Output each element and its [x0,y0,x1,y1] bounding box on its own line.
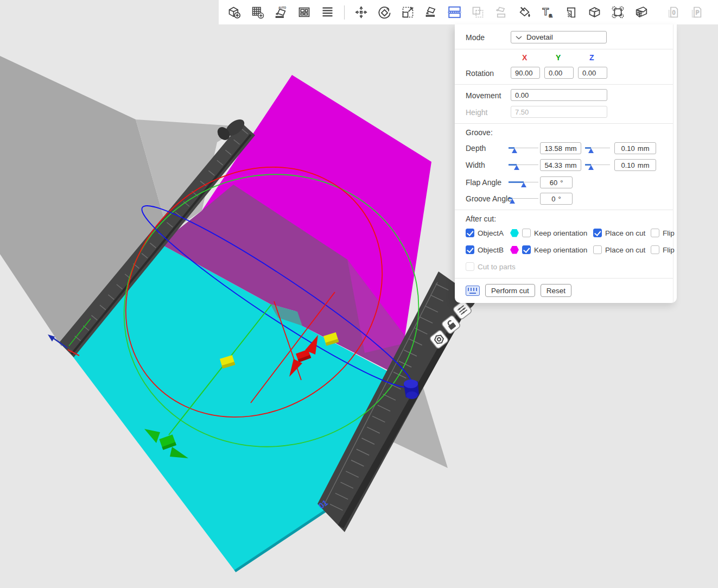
add-object-icon[interactable] [225,3,243,21]
groove-title: Groove: [466,128,493,137]
axis-y-label: Y [556,53,561,62]
toolbar: AUTO Ta 0 P [219,0,718,24]
mode-dropdown[interactable]: Dovetail [511,31,607,43]
movement-label: Movement [466,91,501,100]
object-a-label: ObjectA [478,229,507,237]
place-on-face-icon[interactable] [422,3,440,21]
after-cut-object-b-row: ObjectB Keep orientation Place on cut Fl… [466,245,675,254]
assembly-objects-icon[interactable]: 0 [664,3,682,21]
divider [455,49,673,49]
svg-text:0: 0 [672,10,676,16]
groove-width-tolerance-value[interactable]: 0.10mm [614,159,656,171]
object-b-place-on-cut-checkbox[interactable] [593,245,602,254]
panel-action-row: Perform cut Reset [466,284,571,297]
groove-angle-slider[interactable] [509,193,538,204]
panel-scroll-gutter [673,24,673,303]
groove-width-value[interactable]: 54.33mm [540,159,581,171]
object-a-keep-orientation-label: Keep orientation [534,229,590,237]
object-a-place-on-cut-checkbox[interactable] [593,229,602,237]
axis-z-label: Z [589,53,594,62]
cut-to-parts-label: Cut to parts [478,263,516,271]
svg-text:a: a [549,12,552,18]
cut-tool-panel: Mode Dovetail X Y Z Rotation Movement He… [455,24,677,303]
groove-width-label: Width [466,161,485,169]
groove-depth-tolerance-value[interactable]: 0.10mm [614,142,656,154]
object-b-flip-checkbox[interactable] [651,245,659,254]
assembly-parts-icon[interactable]: P [688,3,706,21]
groove-width-slider[interactable] [509,160,538,170]
move-icon[interactable] [352,3,370,21]
mesh-boolean-icon[interactable] [469,3,487,21]
rotate-icon[interactable] [376,3,393,21]
color-paint-icon[interactable] [516,3,533,21]
seam-paint-icon[interactable] [562,3,580,21]
movement-input[interactable] [511,89,607,101]
groove-angle-value[interactable]: 0° [540,193,573,205]
groove-angle-label: Groove Angle [466,194,512,203]
mesh-edit-icon[interactable] [586,3,603,21]
text-tool-icon[interactable]: Ta [539,3,557,21]
object-a-place-on-cut-label: Place on cut [605,229,647,237]
object-b-place-on-cut-label: Place on cut [605,246,647,254]
height-input [511,106,607,118]
arrange-icon[interactable] [295,3,313,21]
cut-to-parts-row: Cut to parts [466,262,516,271]
perform-cut-button[interactable]: Perform cut [485,284,535,297]
keyboard-shortcuts-icon[interactable] [466,286,480,296]
svg-text:AUTO: AUTO [278,6,286,9]
after-cut-title: After cut: [466,214,496,223]
rotation-y-input[interactable] [544,67,574,79]
divider [455,123,673,124]
variable-layer-height-icon[interactable] [632,3,650,21]
divider [455,278,673,279]
groove-depth-tolerance-slider[interactable] [585,143,610,154]
height-label: Height [466,108,487,117]
cut-icon[interactable] [446,3,463,21]
object-a-flip-label: Flip [663,229,675,237]
mode-value: Dovetail [526,33,553,41]
rotation-z-input[interactable] [578,67,607,79]
object-a-checkbox[interactable] [466,229,474,237]
rotation-label: Rotation [466,69,494,78]
rotation-x-input[interactable] [511,67,540,79]
groove-depth-value[interactable]: 13.58mm [540,142,581,154]
after-cut-object-a-row: ObjectA Keep orientation Place on cut Fl… [466,229,675,237]
divider [455,210,673,210]
add-plate-icon[interactable] [249,3,266,21]
divider [455,84,673,85]
groove-depth-slider[interactable] [509,143,538,154]
chevron-down-icon [516,35,522,40]
axis-x-label: X [522,53,527,62]
mode-label: Mode [466,33,485,42]
support-paint-icon[interactable] [492,3,510,21]
reset-button[interactable]: Reset [541,284,571,297]
scale-icon[interactable] [399,3,417,21]
object-b-flip-label: Flip [663,246,675,254]
object-b-keep-orientation-checkbox[interactable] [522,245,531,254]
groove-depth-label: Depth [466,144,486,153]
auto-orient-icon[interactable]: AUTO [272,3,290,21]
cut-to-parts-checkbox[interactable] [466,262,474,271]
object-a-keep-orientation-checkbox[interactable] [522,229,531,237]
flap-angle-slider[interactable] [509,177,538,188]
split-objects-icon[interactable] [319,3,336,21]
groove-width-tolerance-slider[interactable] [585,160,610,170]
application-window: 01 [0,0,718,588]
object-b-label: ObjectB [478,246,507,254]
toolbar-separator [344,5,345,20]
object-a-flip-checkbox[interactable] [651,229,659,237]
flap-angle-value[interactable]: 60° [540,176,573,188]
flap-angle-label: Flap Angle [466,178,501,187]
object-b-color-swatch [510,246,519,254]
svg-text:T: T [542,6,549,17]
object-b-checkbox[interactable] [466,245,474,254]
object-a-color-swatch [510,229,519,237]
fuzzy-skin-icon[interactable] [609,3,627,21]
svg-text:P: P [696,10,700,16]
object-b-keep-orientation-label: Keep orientation [534,246,590,254]
gizmo-blue-knob[interactable] [404,380,419,399]
